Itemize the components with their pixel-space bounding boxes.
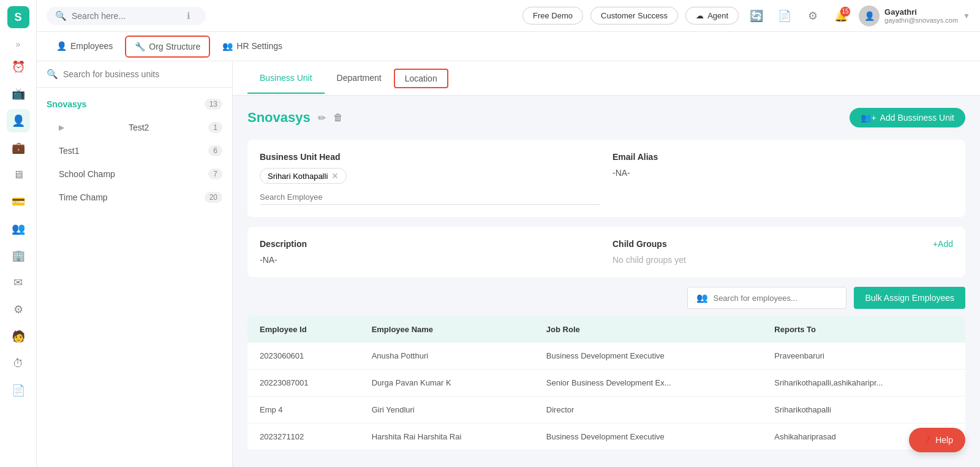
emp-search-icon: 👥 [696,292,708,303]
add-business-unit-button[interactable]: 👥+ Add Bussiness Unit [850,108,965,127]
sidebar-item-tv[interactable]: 📺 [7,82,30,105]
sidebar-item-clock[interactable]: ⏰ [7,55,30,78]
cell-reports-to: Praveenbaruri [762,343,965,370]
cell-employee-name: Harshita Rai Harshita Rai [360,423,534,450]
inner-tab-business-unit[interactable]: Business Unit [247,63,325,94]
bu-item-test1-name: Test1 [59,146,79,156]
hr-settings-icon: 👥 [222,41,233,51]
table-header-row: Employee Id Employee Name Job Role Repor… [247,316,965,343]
cell-job-role: Director [534,397,762,423]
cell-employee-id: 20223087001 [247,370,360,397]
notification-button[interactable]: 🔔 15 [831,6,851,26]
settings-button[interactable]: ⚙ [802,6,823,26]
search-employee-input[interactable] [260,190,600,205]
sidebar-expand-icon[interactable]: » [13,37,23,51]
sidebar-item-person[interactable]: 👤 [7,109,30,132]
bu-item-snovasys-name: Snovasys [47,99,86,109]
topnav: 🔍 ℹ Free Demo Customer Success ☁ Agent 🔄… [37,0,980,32]
bu-item-test2-arrow: ▶ [59,123,64,132]
bu-item-test2-name: Test2 [129,123,149,132]
bu-head-label: Business Unit Head [260,152,600,162]
table-row: 20223087001 Durga Pavan Kumar K Senior B… [247,370,965,397]
tab-employees[interactable]: 👤 Employees [47,34,123,59]
user-email: gayathri@snovasys.com [884,17,958,24]
left-panel: 🔍 Snovasys 13 ▶ Test2 1 Test1 6 S [37,61,233,467]
bu-content-area: Snovasys ✏ 🗑 👥+ Add Bussiness Unit Busin… [233,96,980,467]
sidebar-item-doc[interactable]: 📄 [7,379,30,402]
no-child-groups-text: No child groups yet [612,255,953,265]
bu-head-remove-icon[interactable]: ✕ [331,171,339,181]
bu-head-section: Business Unit Head Srihari Kothapalli ✕ [260,152,600,205]
bu-item-snovasys[interactable]: Snovasys 13 [37,93,232,116]
bu-description-label: Description [260,239,600,249]
emp-search-container: 👥 [687,287,846,309]
inner-tab-department[interactable]: Department [325,63,394,94]
user-dropdown-icon: ▼ [963,12,970,20]
inner-tab-location[interactable]: Location [394,69,448,88]
bu-search-container: 🔍 [37,61,232,88]
bu-desc-grid: Description -NA- Child Groups +Add No ch… [247,227,965,277]
sidebar-item-briefcase[interactable]: 💼 [7,136,30,159]
bu-item-test2[interactable]: ▶ Test2 1 [37,116,232,139]
sidebar-item-gear[interactable]: ⚙ [7,298,30,321]
sidebar-item-user2[interactable]: 🧑 [7,325,30,348]
app-logo[interactable]: S [7,6,29,28]
emp-search-input[interactable] [713,294,837,303]
cell-employee-id: Emp 4 [247,397,360,423]
bu-description-section: Description -NA- [260,239,600,265]
sidebar-item-timer[interactable]: ⏱ [7,352,30,375]
tab-org-structure[interactable]: 🔧 Org Structure [125,36,210,58]
refresh-button[interactable]: 🔄 [746,6,767,26]
cell-job-role: Business Development Executive [534,343,762,370]
bu-content-header: Snovasys ✏ 🗑 👥+ Add Bussiness Unit [247,108,965,127]
sidebar-item-group[interactable]: 👥 [7,217,30,240]
customer-success-button[interactable]: Customer Success [590,7,678,25]
bu-item-time-champ-name: Time Champ [59,192,108,202]
bu-delete-icon[interactable]: 🗑 [333,112,343,123]
bu-item-time-champ[interactable]: Time Champ 20 [37,186,232,209]
bu-item-test1[interactable]: Test1 6 [37,139,232,162]
tab-hr-settings[interactable]: 👥 HR Settings [213,34,292,59]
business-unit-list: Snovasys 13 ▶ Test2 1 Test1 6 School Cha… [37,88,232,467]
sidebar-item-monitor[interactable]: 🖥 [7,163,30,186]
cell-reports-to: Sriharikothapalli,ashikaharipr... [762,370,965,397]
bulk-assign-employees-button[interactable]: Bulk Assign Employees [854,287,965,309]
bu-item-school-champ-count: 7 [208,169,222,180]
agent-button[interactable]: ☁ Agent [685,7,739,25]
help-icon: ❓ [921,435,932,445]
help-button[interactable]: ❓ Help [909,428,965,452]
document-button[interactable]: 📄 [774,6,795,26]
bu-edit-icon[interactable]: ✏ [318,112,326,124]
topnav-search-container: 🔍 ℹ [47,7,206,25]
cell-reports-to: Sriharikothapalli [762,397,965,423]
right-panel: Business Unit Department Location Snovas… [233,61,980,467]
cell-employee-id: 2023271102 [247,423,360,450]
bu-search-input[interactable] [63,69,222,79]
bu-item-school-champ[interactable]: School Champ 7 [37,162,232,186]
bu-email-alias-value: -NA- [612,168,953,178]
user-info[interactable]: 👤 Gayathri gayathri@snovasys.com ▼ [859,6,970,26]
bu-email-alias-label: Email Alias [612,152,953,162]
sidebar-item-team[interactable]: 🏢 [7,244,30,267]
bu-search-icon: 🔍 [47,69,58,80]
topnav-search-input[interactable] [72,11,182,21]
employee-table: Employee Id Employee Name Job Role Repor… [247,316,965,450]
bu-item-school-champ-name: School Champ [59,169,115,179]
bu-info-grid: Business Unit Head Srihari Kothapalli ✕ … [247,140,965,217]
topnav-info-icon: ℹ [187,10,190,21]
bu-description-value: -NA- [260,255,600,265]
sidebar-item-card[interactable]: 💳 [7,190,30,213]
cell-job-role: Business Development Executive [534,423,762,450]
add-child-group-link[interactable]: +Add [933,239,953,249]
table-row: 2023271102 Harshita Rai Harshita Rai Bus… [247,423,965,450]
sidebar-item-mail[interactable]: ✉ [7,271,30,294]
cell-employee-name: Durga Pavan Kumar K [360,370,534,397]
free-demo-button[interactable]: Free Demo [522,7,583,25]
bu-child-groups-label: Child Groups [612,239,667,249]
user-name-block: Gayathri gayathri@snovasys.com [884,7,958,24]
content-area: 🔍 Snovasys 13 ▶ Test2 1 Test1 6 S [37,61,980,467]
bu-child-groups-section: Child Groups +Add No child groups yet [612,239,953,265]
bu-email-alias-section: Email Alias -NA- [612,152,953,205]
sidebar: S » ⏰ 📺 👤 💼 🖥 💳 👥 🏢 ✉ ⚙ 🧑 ⏱ 📄 [0,0,37,467]
bu-item-snovasys-count: 13 [205,99,222,110]
